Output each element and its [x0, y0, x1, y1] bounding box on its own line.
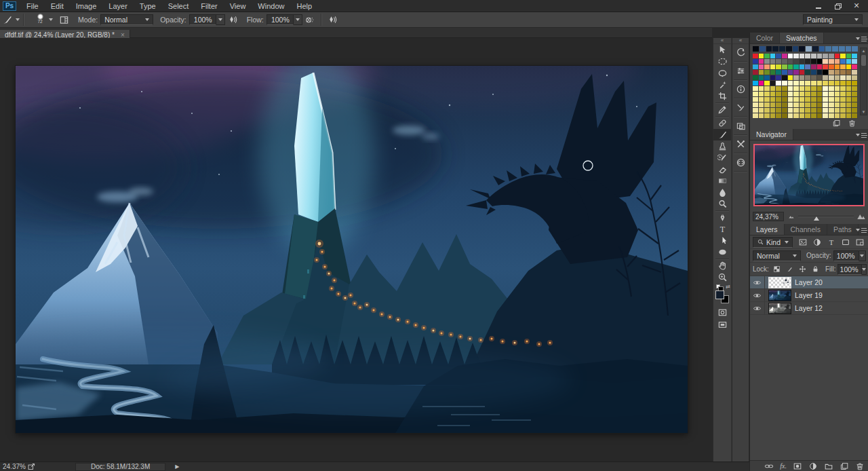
color-swatch[interactable] — [776, 81, 782, 86]
color-swatch[interactable] — [805, 59, 811, 64]
color-swatch[interactable] — [811, 75, 817, 81]
recent-color-swatch[interactable] — [812, 46, 818, 52]
color-swatch[interactable] — [805, 86, 811, 92]
color-swatch[interactable] — [840, 86, 846, 92]
layer-row-layer-12[interactable]: Layer 12 — [750, 302, 868, 315]
recent-color-swatch[interactable] — [846, 46, 852, 52]
color-swatch[interactable] — [782, 108, 788, 113]
new-layer-icon[interactable] — [840, 461, 849, 471]
color-swatch[interactable] — [782, 75, 788, 81]
menu-select[interactable]: Select — [162, 0, 195, 12]
color-swatch[interactable] — [835, 64, 841, 70]
color-swatch[interactable] — [764, 102, 770, 108]
color-swatch[interactable] — [782, 59, 788, 64]
opacity-input[interactable]: 100% — [189, 14, 216, 25]
color-swatch[interactable] — [835, 102, 841, 108]
menu-view[interactable]: View — [224, 0, 252, 12]
color-swatch[interactable] — [753, 75, 759, 81]
recent-color-swatch[interactable] — [806, 46, 812, 52]
color-swatch[interactable] — [800, 75, 806, 81]
smart-object-filter-button[interactable] — [854, 237, 865, 247]
color-swatch[interactable] — [817, 113, 823, 119]
lock-pixels-button[interactable] — [785, 265, 794, 274]
type-tool[interactable]: T — [713, 223, 731, 235]
color-swatch[interactable] — [800, 59, 806, 64]
color-swatch[interactable] — [753, 113, 759, 119]
color-swatch[interactable] — [805, 108, 811, 113]
color-swatch[interactable] — [805, 75, 811, 81]
brush-picker-arrow-icon[interactable] — [49, 18, 53, 21]
color-swatch[interactable] — [817, 97, 823, 102]
color-swatch[interactable] — [770, 59, 776, 64]
delete-layer-icon[interactable] — [855, 461, 865, 471]
color-swatch[interactable] — [823, 113, 829, 119]
color-swatch[interactable] — [782, 54, 788, 59]
layer-opacity-dropdown[interactable] — [859, 250, 866, 261]
color-swatch[interactable] — [764, 75, 770, 81]
color-swatch[interactable] — [817, 59, 823, 64]
color-swatch[interactable] — [776, 102, 782, 108]
lasso-tool[interactable] — [713, 67, 731, 79]
shape-filter-button[interactable] — [840, 237, 851, 247]
color-swatch[interactable] — [793, 81, 800, 86]
adjustment-layer-icon[interactable] — [808, 461, 818, 471]
filter-kind-select[interactable]: Kind — [753, 237, 793, 248]
color-swatch[interactable] — [764, 113, 770, 119]
color-swatch[interactable] — [840, 102, 846, 108]
color-swatch[interactable] — [846, 59, 852, 64]
history-panel-button[interactable] — [732, 44, 749, 60]
color-swatch[interactable] — [840, 59, 846, 64]
color-swatch[interactable] — [846, 113, 852, 119]
color-swatch[interactable] — [852, 102, 858, 108]
tool-preset-arrow-icon[interactable] — [16, 18, 20, 21]
delete-swatch-button[interactable] — [848, 119, 856, 128]
layer-visibility-toggle[interactable] — [750, 276, 765, 289]
color-swatch[interactable] — [846, 102, 852, 108]
color-swatch[interactable] — [840, 97, 846, 102]
color-swatch[interactable] — [793, 113, 800, 119]
color-swatch[interactable] — [764, 92, 770, 97]
color-swatch[interactable] — [776, 113, 782, 119]
color-swatch[interactable] — [829, 86, 835, 92]
type-filter-button[interactable]: T — [825, 237, 837, 247]
tab-paths[interactable]: Paths — [827, 224, 859, 235]
color-swatch[interactable] — [793, 54, 800, 59]
navigator-thumbnail[interactable] — [753, 144, 865, 206]
recent-color-swatch[interactable] — [852, 46, 858, 52]
color-swatch[interactable] — [829, 59, 835, 64]
color-swatch[interactable] — [782, 86, 788, 92]
color-swatch[interactable] — [840, 54, 846, 59]
color-swatch[interactable] — [829, 113, 835, 119]
color-swatch[interactable] — [823, 75, 829, 81]
color-swatch[interactable] — [817, 70, 823, 75]
layer-visibility-toggle[interactable] — [750, 289, 765, 302]
color-swatch[interactable] — [852, 59, 858, 64]
color-swatch[interactable] — [852, 108, 858, 113]
color-swatch[interactable] — [829, 102, 835, 108]
layer-thumbnail[interactable] — [769, 290, 791, 301]
pressure-size-icon[interactable] — [326, 14, 339, 26]
color-swatch[interactable] — [817, 86, 823, 92]
eyedropper-tool[interactable] — [713, 104, 731, 115]
flow-dropdown-button[interactable] — [294, 14, 302, 25]
color-swatch[interactable] — [770, 92, 776, 97]
color-swatch[interactable] — [811, 59, 817, 64]
gradient-tool[interactable] — [713, 175, 731, 187]
eraser-tool[interactable] — [713, 164, 731, 175]
lock-position-button[interactable] — [798, 265, 807, 274]
color-swatch[interactable] — [835, 108, 841, 113]
menu-layer[interactable]: Layer — [102, 0, 134, 12]
color-swatch[interactable] — [840, 92, 846, 97]
color-swatch[interactable] — [759, 59, 765, 64]
color-swatch[interactable] — [823, 102, 829, 108]
color-swatch[interactable] — [846, 97, 852, 102]
canvas-pasteboard[interactable] — [0, 38, 712, 461]
tab-layers[interactable]: Layers — [750, 224, 785, 235]
lock-all-button[interactable] — [811, 265, 820, 274]
color-swatch[interactable] — [846, 92, 852, 97]
color-swatch[interactable] — [788, 81, 794, 86]
color-swatch[interactable] — [776, 108, 782, 113]
color-swatch[interactable] — [835, 75, 841, 81]
color-swatch[interactable] — [770, 113, 776, 119]
color-swatch[interactable] — [840, 64, 846, 70]
